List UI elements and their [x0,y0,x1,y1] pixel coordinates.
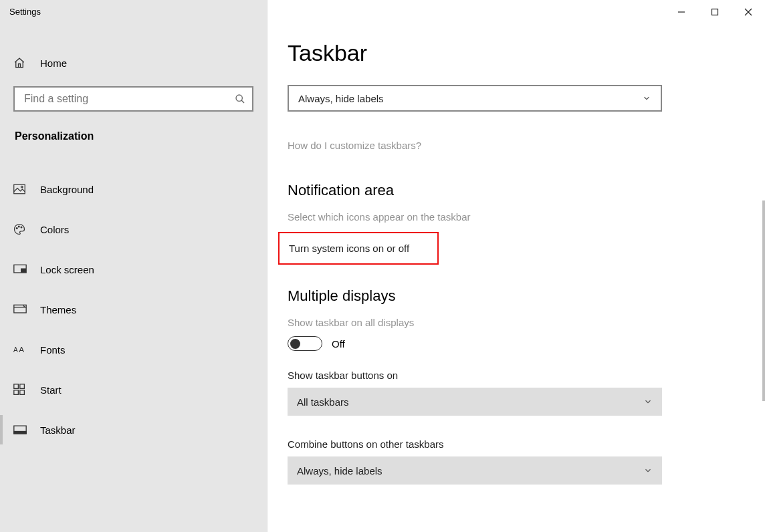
toggle-state: Off [332,338,345,350]
show-buttons-on-label: Show taskbar buttons on [288,370,716,381]
help-link[interactable]: How do I customize taskbars? [288,140,716,151]
combine-buttons-dropdown[interactable]: Always, hide labels [288,85,662,112]
scrollbar[interactable] [762,201,765,401]
taskbar-icon [13,425,28,434]
close-button[interactable] [732,0,765,24]
chevron-down-icon [643,466,653,475]
svg-point-5 [18,226,19,227]
svg-rect-8 [21,269,26,272]
svg-rect-17 [14,432,26,434]
sidebar-item-background[interactable]: Background [0,169,267,209]
notification-link-2[interactable]: Turn system icons on or off [289,243,409,254]
sidebar-item-label: Taskbar [40,424,76,436]
nav-list: Background Colors Lock screen Themes AA … [0,169,267,450]
search-box[interactable] [13,86,253,112]
minimize-button[interactable] [665,0,698,24]
start-icon [13,384,28,396]
picture-icon [13,184,28,194]
sidebar-item-lock-screen[interactable]: Lock screen [0,249,267,289]
dropdown-value: All taskbars [297,396,349,408]
sidebar-item-start[interactable]: Start [0,370,267,410]
svg-point-4 [16,228,17,229]
dropdown-value: Always, hide labels [298,93,384,104]
app-title: Settings [0,0,267,17]
notification-link-1[interactable]: Select which icons appear on the taskbar [288,211,716,223]
svg-point-3 [21,186,23,188]
toggle-knob [290,339,300,349]
chevron-down-icon [643,397,653,406]
maximize-button[interactable] [698,0,732,24]
highlighted-link-box: Turn system icons on or off [278,232,439,265]
page-title: Taskbar [288,40,716,66]
show-taskbar-toggle[interactable] [288,336,322,351]
sidebar-item-label: Fonts [40,344,66,356]
sidebar-item-fonts[interactable]: AA Fonts [0,329,267,370]
svg-rect-15 [20,390,25,395]
combine-other-label: Combine buttons on other taskbars [288,438,716,450]
sidebar-item-taskbar[interactable]: Taskbar [0,410,267,450]
chevron-down-icon [642,94,651,103]
section-header: Personalization [0,130,267,142]
sidebar-item-label: Themes [40,304,76,315]
svg-line-1 [241,100,244,103]
sidebar: Settings Home Personalization Background… [0,0,267,532]
search-icon [235,94,245,104]
svg-rect-2 [14,184,25,194]
home-button[interactable]: Home [0,49,267,77]
toggle-label: Show taskbar on all displays [288,317,716,328]
sidebar-item-label: Lock screen [40,264,94,275]
svg-rect-13 [20,384,25,389]
search-input[interactable] [23,92,235,106]
svg-text:A: A [13,346,18,354]
show-buttons-on-dropdown[interactable]: All taskbars [288,388,662,416]
sidebar-item-label: Background [40,184,94,195]
combine-other-dropdown[interactable]: Always, hide labels [288,456,662,485]
themes-icon [13,304,28,315]
main-area: Taskbar Always, hide labels How do I cus… [267,0,765,532]
multiple-displays-header: Multiple displays [288,287,716,305]
sidebar-item-themes[interactable]: Themes [0,289,267,329]
dropdown-value: Always, hide labels [297,465,382,477]
svg-rect-14 [14,390,19,395]
home-icon [13,57,28,69]
svg-point-6 [21,227,22,228]
window-controls [665,0,765,24]
sidebar-item-label: Colors [40,224,69,235]
fonts-icon: AA [13,344,28,355]
svg-rect-19 [712,9,718,15]
sidebar-item-label: Start [40,384,62,396]
home-label: Home [40,57,67,69]
svg-rect-12 [14,384,19,389]
svg-point-0 [236,95,242,101]
notification-header: Notification area [288,182,716,199]
sidebar-item-colors[interactable]: Colors [0,209,267,249]
monitor-icon [13,264,28,275]
svg-text:A: A [19,345,24,354]
palette-icon [13,223,28,235]
